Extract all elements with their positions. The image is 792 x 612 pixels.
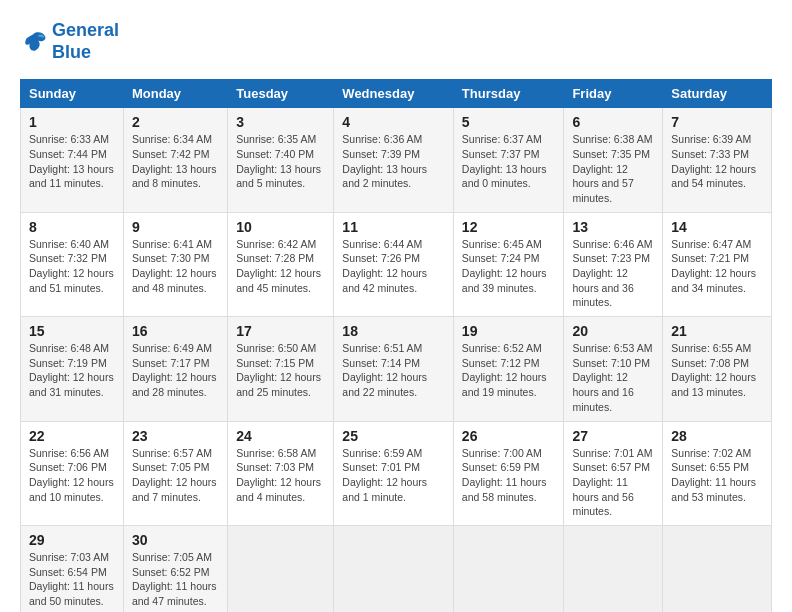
day-detail: Sunrise: 6:56 AMSunset: 7:06 PMDaylight:…: [29, 446, 115, 505]
calendar-week-row: 22 Sunrise: 6:56 AMSunset: 7:06 PMDaylig…: [21, 421, 772, 525]
calendar-cell: 23 Sunrise: 6:57 AMSunset: 7:05 PMDaylig…: [123, 421, 227, 525]
day-number: 1: [29, 114, 115, 130]
calendar-cell: 22 Sunrise: 6:56 AMSunset: 7:06 PMDaylig…: [21, 421, 124, 525]
calendar-cell: 7 Sunrise: 6:39 AMSunset: 7:33 PMDayligh…: [663, 108, 772, 212]
calendar-cell: 29 Sunrise: 7:03 AMSunset: 6:54 PMDaylig…: [21, 525, 124, 612]
calendar-header-row: SundayMondayTuesdayWednesdayThursdayFrid…: [21, 80, 772, 108]
day-detail: Sunrise: 7:00 AMSunset: 6:59 PMDaylight:…: [462, 446, 556, 505]
day-detail: Sunrise: 6:53 AMSunset: 7:10 PMDaylight:…: [572, 341, 654, 414]
day-number: 18: [342, 323, 445, 339]
day-detail: Sunrise: 6:49 AMSunset: 7:17 PMDaylight:…: [132, 341, 219, 400]
calendar-cell: 8 Sunrise: 6:40 AMSunset: 7:32 PMDayligh…: [21, 212, 124, 316]
calendar-cell: 12 Sunrise: 6:45 AMSunset: 7:24 PMDaylig…: [453, 212, 564, 316]
calendar-cell: [228, 525, 334, 612]
day-number: 27: [572, 428, 654, 444]
calendar-cell: 10 Sunrise: 6:42 AMSunset: 7:28 PMDaylig…: [228, 212, 334, 316]
calendar-cell: 30 Sunrise: 7:05 AMSunset: 6:52 PMDaylig…: [123, 525, 227, 612]
calendar-cell: 16 Sunrise: 6:49 AMSunset: 7:17 PMDaylig…: [123, 317, 227, 421]
calendar-cell: [453, 525, 564, 612]
calendar-cell: 28 Sunrise: 7:02 AMSunset: 6:55 PMDaylig…: [663, 421, 772, 525]
logo-text: General Blue: [52, 20, 119, 63]
calendar-cell: 21 Sunrise: 6:55 AMSunset: 7:08 PMDaylig…: [663, 317, 772, 421]
calendar-cell: 11 Sunrise: 6:44 AMSunset: 7:26 PMDaylig…: [334, 212, 454, 316]
day-number: 17: [236, 323, 325, 339]
calendar-cell: 26 Sunrise: 7:00 AMSunset: 6:59 PMDaylig…: [453, 421, 564, 525]
calendar-cell: 14 Sunrise: 6:47 AMSunset: 7:21 PMDaylig…: [663, 212, 772, 316]
day-detail: Sunrise: 6:35 AMSunset: 7:40 PMDaylight:…: [236, 132, 325, 191]
calendar-cell: [663, 525, 772, 612]
day-detail: Sunrise: 6:41 AMSunset: 7:30 PMDaylight:…: [132, 237, 219, 296]
day-detail: Sunrise: 6:45 AMSunset: 7:24 PMDaylight:…: [462, 237, 556, 296]
calendar-cell: 18 Sunrise: 6:51 AMSunset: 7:14 PMDaylig…: [334, 317, 454, 421]
day-detail: Sunrise: 6:51 AMSunset: 7:14 PMDaylight:…: [342, 341, 445, 400]
day-number: 8: [29, 219, 115, 235]
day-number: 14: [671, 219, 763, 235]
calendar-cell: 3 Sunrise: 6:35 AMSunset: 7:40 PMDayligh…: [228, 108, 334, 212]
calendar-cell: 1 Sunrise: 6:33 AMSunset: 7:44 PMDayligh…: [21, 108, 124, 212]
day-number: 25: [342, 428, 445, 444]
day-number: 13: [572, 219, 654, 235]
calendar-week-row: 8 Sunrise: 6:40 AMSunset: 7:32 PMDayligh…: [21, 212, 772, 316]
day-number: 9: [132, 219, 219, 235]
day-detail: Sunrise: 6:55 AMSunset: 7:08 PMDaylight:…: [671, 341, 763, 400]
day-detail: Sunrise: 6:40 AMSunset: 7:32 PMDaylight:…: [29, 237, 115, 296]
calendar-cell: 13 Sunrise: 6:46 AMSunset: 7:23 PMDaylig…: [564, 212, 663, 316]
day-number: 15: [29, 323, 115, 339]
day-detail: Sunrise: 6:59 AMSunset: 7:01 PMDaylight:…: [342, 446, 445, 505]
calendar-cell: 5 Sunrise: 6:37 AMSunset: 7:37 PMDayligh…: [453, 108, 564, 212]
calendar-cell: 4 Sunrise: 6:36 AMSunset: 7:39 PMDayligh…: [334, 108, 454, 212]
col-header-friday: Friday: [564, 80, 663, 108]
day-detail: Sunrise: 6:48 AMSunset: 7:19 PMDaylight:…: [29, 341, 115, 400]
col-header-monday: Monday: [123, 80, 227, 108]
day-number: 16: [132, 323, 219, 339]
calendar-week-row: 15 Sunrise: 6:48 AMSunset: 7:19 PMDaylig…: [21, 317, 772, 421]
day-number: 11: [342, 219, 445, 235]
col-header-wednesday: Wednesday: [334, 80, 454, 108]
day-number: 28: [671, 428, 763, 444]
day-detail: Sunrise: 7:02 AMSunset: 6:55 PMDaylight:…: [671, 446, 763, 505]
col-header-thursday: Thursday: [453, 80, 564, 108]
day-number: 5: [462, 114, 556, 130]
day-number: 12: [462, 219, 556, 235]
day-number: 21: [671, 323, 763, 339]
day-number: 22: [29, 428, 115, 444]
calendar-cell: 20 Sunrise: 6:53 AMSunset: 7:10 PMDaylig…: [564, 317, 663, 421]
logo: General Blue: [20, 20, 119, 63]
calendar-cell: 17 Sunrise: 6:50 AMSunset: 7:15 PMDaylig…: [228, 317, 334, 421]
calendar-table: SundayMondayTuesdayWednesdayThursdayFrid…: [20, 79, 772, 612]
day-detail: Sunrise: 6:46 AMSunset: 7:23 PMDaylight:…: [572, 237, 654, 310]
day-number: 30: [132, 532, 219, 548]
col-header-sunday: Sunday: [21, 80, 124, 108]
calendar-cell: 15 Sunrise: 6:48 AMSunset: 7:19 PMDaylig…: [21, 317, 124, 421]
day-number: 10: [236, 219, 325, 235]
calendar-cell: 2 Sunrise: 6:34 AMSunset: 7:42 PMDayligh…: [123, 108, 227, 212]
calendar-cell: [334, 525, 454, 612]
day-number: 20: [572, 323, 654, 339]
day-detail: Sunrise: 7:03 AMSunset: 6:54 PMDaylight:…: [29, 550, 115, 609]
calendar-cell: 25 Sunrise: 6:59 AMSunset: 7:01 PMDaylig…: [334, 421, 454, 525]
day-number: 4: [342, 114, 445, 130]
day-detail: Sunrise: 6:37 AMSunset: 7:37 PMDaylight:…: [462, 132, 556, 191]
day-detail: Sunrise: 6:33 AMSunset: 7:44 PMDaylight:…: [29, 132, 115, 191]
day-detail: Sunrise: 6:57 AMSunset: 7:05 PMDaylight:…: [132, 446, 219, 505]
day-detail: Sunrise: 6:50 AMSunset: 7:15 PMDaylight:…: [236, 341, 325, 400]
day-number: 24: [236, 428, 325, 444]
day-detail: Sunrise: 6:58 AMSunset: 7:03 PMDaylight:…: [236, 446, 325, 505]
day-detail: Sunrise: 6:38 AMSunset: 7:35 PMDaylight:…: [572, 132, 654, 205]
col-header-saturday: Saturday: [663, 80, 772, 108]
day-detail: Sunrise: 6:34 AMSunset: 7:42 PMDaylight:…: [132, 132, 219, 191]
day-detail: Sunrise: 6:36 AMSunset: 7:39 PMDaylight:…: [342, 132, 445, 191]
col-header-tuesday: Tuesday: [228, 80, 334, 108]
calendar-week-row: 1 Sunrise: 6:33 AMSunset: 7:44 PMDayligh…: [21, 108, 772, 212]
calendar-cell: [564, 525, 663, 612]
day-number: 19: [462, 323, 556, 339]
day-detail: Sunrise: 7:05 AMSunset: 6:52 PMDaylight:…: [132, 550, 219, 609]
day-number: 6: [572, 114, 654, 130]
day-number: 3: [236, 114, 325, 130]
day-number: 23: [132, 428, 219, 444]
calendar-cell: 19 Sunrise: 6:52 AMSunset: 7:12 PMDaylig…: [453, 317, 564, 421]
day-number: 29: [29, 532, 115, 548]
day-detail: Sunrise: 6:44 AMSunset: 7:26 PMDaylight:…: [342, 237, 445, 296]
calendar-week-row: 29 Sunrise: 7:03 AMSunset: 6:54 PMDaylig…: [21, 525, 772, 612]
page-header: General Blue: [20, 20, 772, 63]
